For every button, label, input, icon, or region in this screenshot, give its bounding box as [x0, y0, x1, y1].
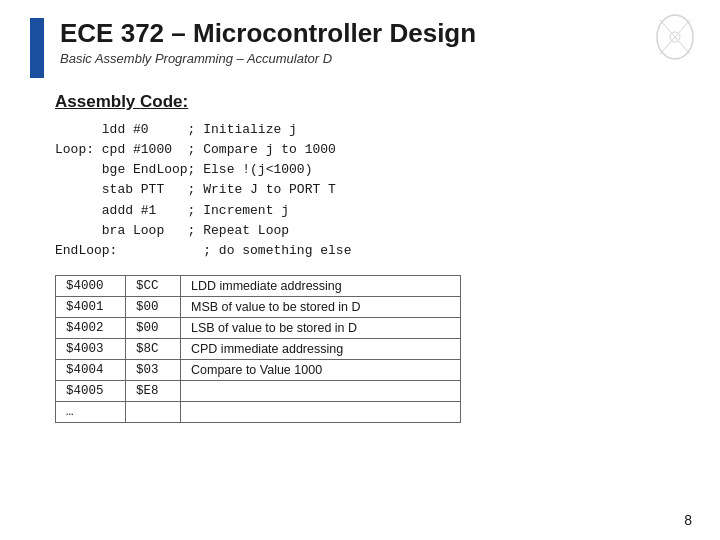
cell-description: MSB of value to be stored in D: [181, 296, 461, 317]
blue-accent-bar: [30, 18, 44, 78]
cell-address: $4003: [56, 338, 126, 359]
code-line-5: addd #1 ; Increment j: [55, 203, 289, 218]
table-row: $4000$CCLDD immediate addressing: [56, 275, 461, 296]
cell-hex: $CC: [126, 275, 181, 296]
cell-hex: [126, 401, 181, 422]
page-subtitle: Basic Assembly Programming – Accumulator…: [60, 51, 476, 66]
table-row: …: [56, 401, 461, 422]
code-line-4: stab PTT ; Write J to PORT T: [55, 182, 336, 197]
cell-description: LSB of value to be stored in D: [181, 317, 461, 338]
table-row: $4002$00LSB of value to be stored in D: [56, 317, 461, 338]
table-row: $4004$03Compare to Value 1000: [56, 359, 461, 380]
cell-address: $4002: [56, 317, 126, 338]
page: ECE 372 – Microcontroller Design Basic A…: [0, 0, 720, 540]
cell-hex: $E8: [126, 380, 181, 401]
table-row: $4005$E8: [56, 380, 461, 401]
page-title: ECE 372 – Microcontroller Design: [60, 18, 476, 49]
cell-hex: $00: [126, 317, 181, 338]
table-row: $4001$00MSB of value to be stored in D: [56, 296, 461, 317]
memory-table: $4000$CCLDD immediate addressing$4001$00…: [55, 275, 461, 423]
cell-description: [181, 380, 461, 401]
cell-description: Compare to Value 1000: [181, 359, 461, 380]
page-number: 8: [684, 512, 692, 528]
code-line-2: Loop: cpd #1000 ; Compare j to 1000: [55, 142, 336, 157]
cell-hex: $8C: [126, 338, 181, 359]
cell-address: $4000: [56, 275, 126, 296]
cell-hex: $00: [126, 296, 181, 317]
code-block: ldd #0 ; Initialize j Loop: cpd #1000 ; …: [55, 120, 690, 261]
code-line-1: ldd #0 ; Initialize j: [55, 122, 297, 137]
cell-address: $4001: [56, 296, 126, 317]
code-line-3: bge EndLoop; Else !(j<1000): [55, 162, 312, 177]
content-area: Assembly Code: ldd #0 ; Initialize j Loo…: [0, 86, 720, 433]
cell-description: CPD immediate addressing: [181, 338, 461, 359]
cell-address: $4004: [56, 359, 126, 380]
code-line-7: EndLoop: ; do something else: [55, 243, 351, 258]
header-text: ECE 372 – Microcontroller Design Basic A…: [60, 18, 476, 66]
assembly-heading: Assembly Code:: [55, 92, 690, 112]
cell-hex: $03: [126, 359, 181, 380]
code-line-6: bra Loop ; Repeat Loop: [55, 223, 289, 238]
cell-description: LDD immediate addressing: [181, 275, 461, 296]
cell-description: [181, 401, 461, 422]
table-row: $4003$8CCPD immediate addressing: [56, 338, 461, 359]
header: ECE 372 – Microcontroller Design Basic A…: [0, 0, 720, 86]
cell-address: $4005: [56, 380, 126, 401]
cell-address: …: [56, 401, 126, 422]
